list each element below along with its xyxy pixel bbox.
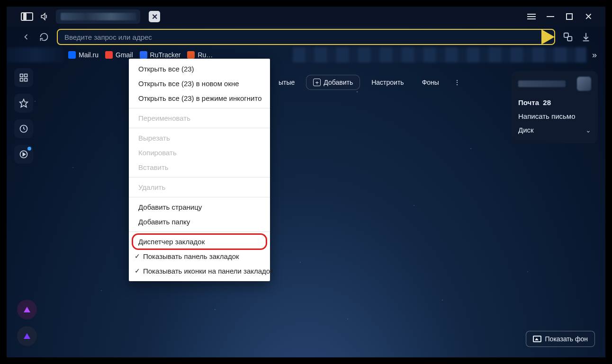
ctx-separator — [129, 197, 270, 197]
assistant-bubbles — [17, 300, 37, 346]
volume-icon[interactable] — [40, 12, 49, 21]
ctx-separator — [129, 128, 270, 128]
user-mail-row[interactable]: Почта 28 — [518, 96, 591, 109]
tab-close-button[interactable]: ✕ — [149, 11, 160, 22]
window-close[interactable]: ✕ — [584, 12, 593, 21]
translate-icon[interactable] — [563, 32, 573, 42]
chip-configure[interactable]: Настроить — [365, 75, 410, 90]
back-icon[interactable] — [21, 32, 31, 42]
user-panel: Почта 28 Написать письмо Диск⌄ — [512, 71, 598, 143]
bookmark-cut[interactable]: Ru… — [187, 51, 213, 59]
bookmarks-context-menu: Открыть все (23) Открыть все (23) в ново… — [129, 59, 270, 281]
plus-icon: + — [313, 79, 321, 86]
mail-label: Почта — [518, 98, 539, 107]
titlebar-right: ✕ — [527, 12, 605, 21]
show-background-label: Показать фон — [545, 335, 588, 343]
ctx-show-bookmark-icons[interactable]: Показывать иконки на панели закладок — [129, 264, 270, 278]
ctx-open-all-new-window[interactable]: Открыть все (23) в новом окне — [129, 76, 270, 91]
window-maximize[interactable] — [565, 12, 574, 21]
mail-count: 28 — [543, 98, 551, 107]
bookmark-label: Ru… — [198, 51, 213, 59]
chip-label: Настроить — [371, 79, 404, 86]
user-name-blurred — [518, 80, 566, 87]
bookmark-rutracker[interactable]: RuTracker — [140, 51, 181, 59]
ctx-copy: Копировать — [129, 145, 270, 160]
downloads-icon[interactable] — [581, 32, 591, 42]
alice-bubble-1[interactable] — [17, 300, 37, 320]
titlebar-left: ✕ — [7, 9, 160, 24]
alice-bubble-2[interactable] — [17, 326, 37, 346]
compose-label: Написать письмо — [518, 112, 576, 120]
rail-star-icon[interactable] — [14, 94, 33, 113]
window-minimize[interactable] — [546, 12, 555, 21]
bookmarks-bar[interactable]: Mail.ru Gmail RuTracker Ru… » — [7, 47, 605, 62]
side-rail — [14, 68, 33, 164]
alice-icon — [24, 307, 30, 312]
svg-marker-9 — [20, 99, 28, 107]
rail-play-icon[interactable] — [14, 145, 33, 164]
ctx-open-all[interactable]: Открыть все (23) — [129, 62, 270, 76]
generic-icon — [187, 51, 195, 59]
active-tab[interactable] — [56, 9, 140, 24]
svg-marker-12 — [23, 153, 25, 156]
bookmark-mailru[interactable]: Mail.ru — [68, 51, 99, 59]
rail-history-icon[interactable] — [14, 119, 33, 138]
chip-hidden-tail[interactable]: ытые — [272, 75, 301, 90]
page-toolbar: ытые +Добавить Настроить Фоны ⋮ — [272, 75, 464, 90]
rail-tiles-icon[interactable] — [14, 68, 33, 87]
svg-rect-7 — [20, 79, 23, 81]
disk-label: Диск — [518, 126, 534, 134]
browser-window: ✕ ✕ Введите запрос или адрес Mail.ru Gma… — [7, 7, 605, 357]
chip-backgrounds[interactable]: Фоны — [415, 75, 446, 90]
svg-rect-6 — [25, 74, 27, 77]
avatar[interactable] — [577, 77, 591, 91]
menu-icon[interactable] — [527, 12, 536, 21]
chip-add[interactable]: +Добавить — [306, 75, 360, 90]
show-background-button[interactable]: Показать фон — [526, 331, 595, 347]
ctx-add-page[interactable]: Добавить страницу — [129, 200, 270, 214]
sidebar-toggle-icon[interactable] — [21, 12, 33, 21]
bookmarks-overflow-icon[interactable]: » — [592, 50, 597, 60]
bookmark-label: RuTracker — [150, 51, 181, 59]
image-icon — [533, 336, 541, 342]
user-disk-row[interactable]: Диск⌄ — [518, 123, 591, 137]
address-bar[interactable]: Введите запрос или адрес — [57, 29, 555, 45]
rutracker-icon — [140, 51, 147, 59]
alice-icon — [24, 333, 30, 339]
ctx-separator — [129, 231, 270, 232]
user-compose-row[interactable]: Написать письмо — [518, 109, 591, 123]
at-icon — [68, 51, 76, 59]
ctx-bookmark-manager[interactable]: Диспетчер закладок — [129, 234, 270, 249]
svg-rect-8 — [25, 79, 27, 81]
bookmark-label: Mail.ru — [79, 51, 99, 59]
ctx-cut: Вырезать — [129, 131, 270, 145]
chip-more-icon[interactable]: ⋮ — [450, 75, 464, 90]
ctx-paste: Вставить — [129, 160, 270, 175]
ctx-open-all-incognito[interactable]: Открыть все (23) в режиме инкогнито — [129, 91, 270, 106]
chip-label: ытые — [279, 79, 295, 86]
reload-icon[interactable] — [39, 32, 49, 42]
gmail-icon — [105, 51, 113, 59]
bookmark-gmail[interactable]: Gmail — [105, 51, 133, 59]
address-placeholder: Введите запрос или адрес — [58, 33, 152, 41]
ctx-show-bookmarks-bar[interactable]: Показывать панель закладок — [129, 249, 270, 264]
chip-label: Добавить — [324, 79, 353, 86]
chevron-down-icon: ⌄ — [585, 126, 591, 134]
address-row: Введите запрос или адрес — [7, 27, 605, 47]
bookmark-label: Gmail — [116, 51, 133, 59]
chip-label: Фоны — [422, 79, 439, 86]
ctx-separator — [129, 177, 270, 178]
ctx-rename: Переименовать — [129, 111, 270, 125]
svg-rect-5 — [20, 74, 23, 77]
tab-title-blurred — [61, 13, 136, 20]
titlebar: ✕ ✕ — [7, 7, 605, 27]
ctx-add-folder[interactable]: Добавить папку — [129, 214, 270, 229]
ctx-delete: Удалить — [129, 180, 270, 195]
ctx-separator — [129, 108, 270, 108]
